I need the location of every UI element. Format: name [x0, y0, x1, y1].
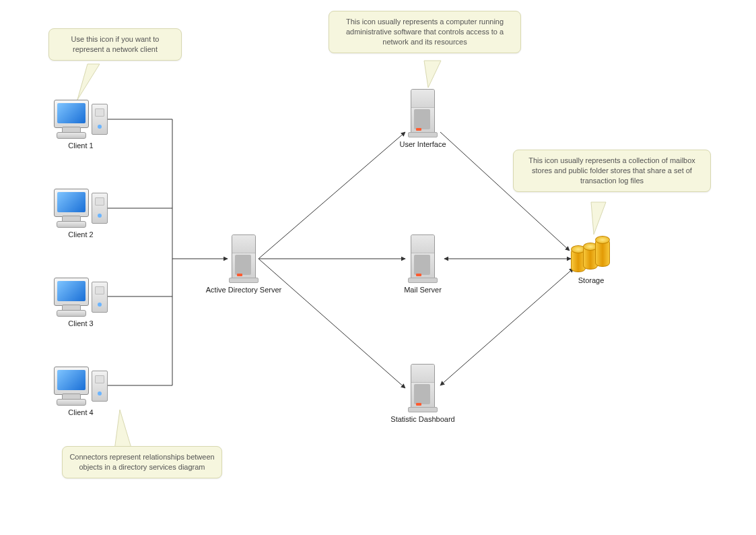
server-icon	[408, 89, 436, 137]
node-label-storage: Storage	[572, 276, 610, 284]
client-computer-icon	[54, 100, 108, 139]
server-icon	[408, 364, 436, 412]
node-label-user-interface: User Interface	[392, 140, 454, 148]
svg-line-6	[259, 132, 405, 259]
server-icon	[229, 234, 257, 283]
node-label-client4: Client 4	[55, 408, 106, 416]
server-icon	[408, 234, 436, 283]
callout-text: This icon usually represents a collectio…	[528, 156, 695, 185]
client-computer-icon	[54, 278, 108, 317]
callout-text: Use this icon if you want to represent a…	[71, 35, 160, 53]
svg-line-8	[259, 259, 405, 388]
node-label-ad-server: Active Directory Server	[199, 286, 288, 294]
storage-icon	[571, 239, 611, 272]
callout-text: This icon usually represents a computer …	[346, 18, 504, 46]
node-label-mail-server: Mail Server	[399, 286, 447, 294]
callout-client-tip: Use this icon if you want to represent a…	[48, 28, 182, 61]
callout-connector-tip: Connectors represent relationships betwe…	[62, 446, 222, 478]
client-computer-icon	[54, 367, 108, 406]
node-label-statistic-dashboard: Statistic Dashboard	[381, 415, 465, 423]
callout-text: Connectors represent relationships betwe…	[69, 453, 214, 471]
callout-ui-tip: This icon usually represents a computer …	[329, 11, 521, 53]
svg-line-11	[440, 268, 574, 385]
node-label-client2: Client 2	[55, 230, 106, 239]
callout-storage-tip: This icon usually represents a collectio…	[513, 150, 711, 192]
node-label-client1: Client 1	[55, 141, 106, 150]
node-label-client3: Client 3	[55, 319, 106, 327]
client-computer-icon	[54, 189, 108, 228]
